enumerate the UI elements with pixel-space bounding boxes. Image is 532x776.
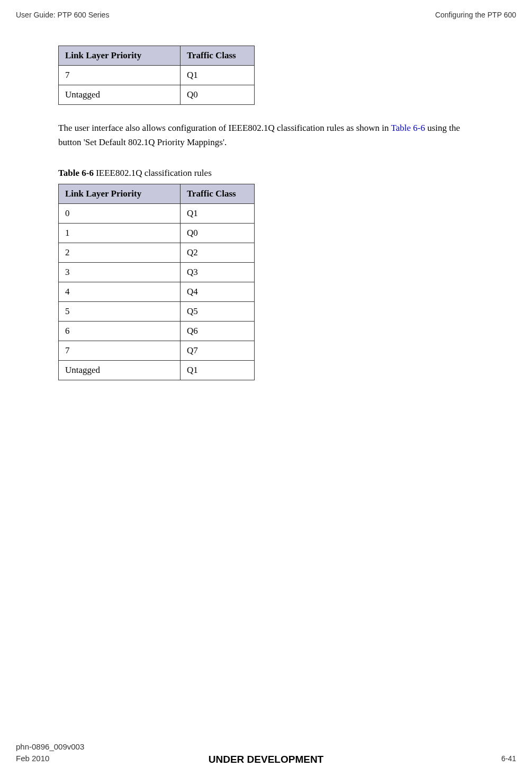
- header-right: Configuring the PTP 600: [435, 11, 516, 19]
- footer-doc-id: phn-0896_009v003: [16, 742, 516, 751]
- table-row: Untagged Q0: [59, 85, 255, 105]
- table-cell: 2: [59, 243, 181, 263]
- table-cell: 7: [59, 66, 181, 85]
- table-row: 1 Q0: [59, 224, 255, 243]
- table-cell: Q1: [181, 204, 255, 224]
- table-cell: Untagged: [59, 85, 181, 105]
- footer-status: UNDER DEVELOPMENT: [209, 754, 323, 765]
- table-header-cell: Link Layer Priority: [59, 46, 181, 66]
- table-cell: Q7: [181, 341, 255, 361]
- footer-page-number: 6-41: [501, 754, 516, 763]
- table-header-cell: Traffic Class: [181, 46, 255, 66]
- table-cell: 7: [59, 341, 181, 361]
- page-footer: phn-0896_009v003 Feb 2010 UNDER DEVELOPM…: [0, 742, 532, 763]
- table-cell: 1: [59, 224, 181, 243]
- table-row: 7 Q1: [59, 66, 255, 85]
- page-content: Link Layer Priority Traffic Class 7 Q1 U…: [0, 19, 532, 380]
- footer-date: Feb 2010: [16, 754, 49, 763]
- table-caption: Table 6-6 IEEE802.1Q classification rule…: [58, 168, 479, 179]
- table-cell: 0: [59, 204, 181, 224]
- table-row: 2 Q2: [59, 243, 255, 263]
- body-paragraph: The user interface also allows configura…: [58, 121, 479, 149]
- table-cell: 3: [59, 263, 181, 282]
- table-cell: 6: [59, 322, 181, 341]
- table-cell: Untagged: [59, 361, 181, 380]
- table-cell: Q6: [181, 322, 255, 341]
- caption-title: IEEE802.1Q classification rules: [94, 168, 212, 178]
- table-row: 4 Q4: [59, 282, 255, 302]
- table-cell: Q1: [181, 66, 255, 85]
- paragraph-text: The user interface also allows configura…: [58, 123, 391, 133]
- footer-bottom-row: Feb 2010 UNDER DEVELOPMENT 6-41: [16, 754, 516, 763]
- table-row: 5 Q5: [59, 302, 255, 322]
- table-cell: Q3: [181, 263, 255, 282]
- table-row: 6 Q6: [59, 322, 255, 341]
- table-cell: 4: [59, 282, 181, 302]
- table-header-cell: Link Layer Priority: [59, 184, 181, 204]
- table-row: Untagged Q1: [59, 361, 255, 380]
- table-row: Link Layer Priority Traffic Class: [59, 46, 255, 66]
- table-cell: Q0: [181, 85, 255, 105]
- table-reference-link[interactable]: Table 6-6: [391, 123, 425, 133]
- table-row: 3 Q3: [59, 263, 255, 282]
- header-left: User Guide: PTP 600 Series: [16, 11, 109, 19]
- table-cell: Q0: [181, 224, 255, 243]
- table-row: 7 Q7: [59, 341, 255, 361]
- table-2: Link Layer Priority Traffic Class 0 Q1 1…: [58, 184, 255, 380]
- table-cell: Q4: [181, 282, 255, 302]
- caption-label: Table 6-6: [58, 168, 94, 178]
- table-1: Link Layer Priority Traffic Class 7 Q1 U…: [58, 46, 255, 105]
- table-cell: Q1: [181, 361, 255, 380]
- table-cell: 5: [59, 302, 181, 322]
- table-row: Link Layer Priority Traffic Class: [59, 184, 255, 204]
- page-header: User Guide: PTP 600 Series Configuring t…: [0, 0, 532, 19]
- table-header-cell: Traffic Class: [181, 184, 255, 204]
- table-cell: Q5: [181, 302, 255, 322]
- table-cell: Q2: [181, 243, 255, 263]
- table-row: 0 Q1: [59, 204, 255, 224]
